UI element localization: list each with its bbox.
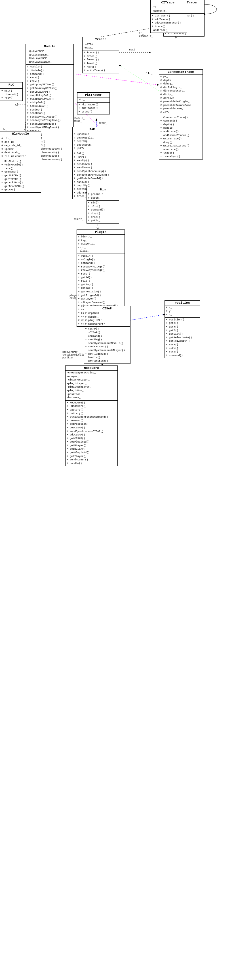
PktTracer-methods: + PktTracer() + addTracer() + trace() bbox=[77, 103, 110, 115]
svg-line-32 bbox=[119, 65, 159, 91]
Tracer-box: Tracer -level_ -next_ + Tracer() + trace… bbox=[82, 37, 119, 73]
CISAP-box: CISAP # depthNC_ # depthP_ # pluginPtr_ … bbox=[84, 306, 131, 364]
RLC-title: RLC bbox=[0, 83, 22, 87]
Position-methods: + Position() + getX() + getY() + getZ() … bbox=[165, 318, 200, 358]
svg-text:nodeCorePtr_: nodeCorePtr_ bbox=[62, 351, 79, 353]
svg-text:commonTr_: commonTr_ bbox=[139, 35, 153, 37]
CITracer-attrs: -tr_ -commonTr_ bbox=[151, 5, 187, 14]
NodeCore-box: NodeCore -crossLayerSAPIist_ -nLayer_ -c… bbox=[65, 366, 118, 466]
Position-title: Position bbox=[165, 301, 200, 305]
Bin-attrs: # preamble_ # depth_ bbox=[87, 192, 119, 200]
SAP-title: SAP bbox=[73, 127, 112, 132]
ConnectorTrace-methods: + ConnectorTrace() + command() + depth()… bbox=[159, 115, 203, 159]
Tracer-methods: + Tracer() + trace() + format() + level(… bbox=[83, 51, 119, 73]
Tracer-title: Tracer bbox=[83, 37, 119, 42]
Tracer-attrs: -level_ -next_ bbox=[83, 42, 119, 51]
NodeCore-attrs: -crossLayerSAPIist_ -nLayer_ -clsapPerLa… bbox=[65, 371, 118, 401]
SAP-attrs: # upModule_ # downModule_ # depthUp_ # d… bbox=[73, 132, 112, 151]
CISAP-methods: + CISAP() + ~CISAP() + command() + sendM… bbox=[84, 327, 130, 363]
svg-text:rlc_: rlc_ bbox=[2, 128, 7, 131]
PlugIn-attrs: # binPtr_ # tag_ # uLayerId_ -uid_ -clsa… bbox=[77, 235, 124, 254]
PlugIn-title: PlugIn bbox=[77, 230, 124, 235]
CITracer-methods: + CITracer() + addTrace() + addCommonTra… bbox=[151, 14, 187, 33]
svg-text:pktTr_: pktTr_ bbox=[99, 122, 107, 124]
CISAP-title: CISAP bbox=[84, 306, 130, 311]
svg-text:tr_: tr_ bbox=[139, 32, 144, 35]
svg-text:binPtr_: binPtr_ bbox=[74, 218, 83, 220]
ConnectorTrace-attrs: # pt_ # depth_ # debug_ # dirToPlugin_ #… bbox=[159, 75, 203, 115]
RlcModule-attrs: # rlc_ # dst_id_ # me_code_id_ # ipAddr_… bbox=[0, 136, 41, 159]
PktTracer-attrs: -tr_ bbox=[77, 97, 110, 103]
Bin-methods: + Bin() + ~Bin() + command() + drop() + … bbox=[87, 200, 119, 223]
svg-text:next_: next_ bbox=[129, 48, 137, 51]
RlcModule-box: RlcModule # rlc_ # dst_id_ # me_code_id_… bbox=[0, 131, 41, 192]
ConnectorTrace-title: ConnectorTrace bbox=[159, 70, 203, 75]
svg-text:position_: position_ bbox=[62, 356, 75, 359]
Module-attrs: -upLayerSAP_ -upLaysSAINum_ -downLayerSA… bbox=[26, 49, 73, 65]
NodeCore-title: NodeCore bbox=[65, 366, 118, 371]
RlcModule-methods: + RlcModule() + ~RlcModule() + recv() + … bbox=[0, 159, 41, 192]
Position-box: Position # x_ # y_ # z_ + Position() + g… bbox=[164, 300, 200, 358]
PktTracer-title: PktTracer bbox=[77, 93, 110, 97]
RlcModule-title: RlcModule bbox=[0, 132, 41, 136]
CITracer-title: CITracer bbox=[151, 0, 187, 5]
Bin-box: Bin # preamble_ # depth_ + Bin() + ~Bin(… bbox=[86, 187, 119, 224]
CITracer-box: CITracer -tr_ -commonTr_ + CITracer() + … bbox=[150, 0, 187, 33]
svg-line-29 bbox=[131, 315, 164, 320]
CISAP-attrs: # depthNC_ # depthP_ # pluginPtr_ # node… bbox=[84, 311, 130, 327]
ConnectorTrace-box: ConnectorTrace # pt_ # depth_ # debug_ #… bbox=[159, 69, 203, 159]
svg-text:clTr_: clTr_ bbox=[145, 72, 153, 75]
RLC-box: RLC + RLC() + timeout() + recv() bbox=[0, 82, 23, 101]
svg-text:crossLayerSAPIist_: crossLayerSAPIist_ bbox=[62, 353, 87, 356]
PktTracer-box: PktTracer -tr_ + PktTracer() + addTracer… bbox=[77, 92, 110, 115]
Bin-title: Bin bbox=[87, 187, 119, 192]
Position-attrs: # x_ # y_ # z_ bbox=[165, 305, 200, 318]
uml-diagram: next_ next_ tr_ commonTr_ clTr_ upLayerS… bbox=[0, 0, 236, 980]
RLC-methods: + RLC() + timeout() + recv() bbox=[0, 89, 22, 100]
svg-line-33 bbox=[72, 74, 159, 85]
NodeCore-methods: + NodeCore() + ~NodeCore() + battery() +… bbox=[65, 401, 118, 466]
Module-title: Module bbox=[26, 44, 73, 49]
